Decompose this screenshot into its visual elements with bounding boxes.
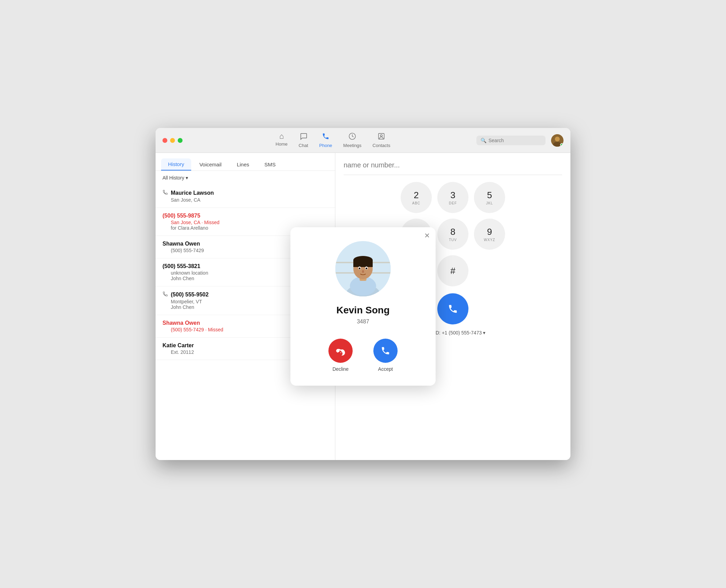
accept-label: Accept [378,366,393,372]
decline-label: Decline [333,366,349,372]
nav-chat[interactable]: Chat [299,132,308,148]
incoming-caller-ext: 3487 [357,319,369,325]
nav-contacts[interactable]: Contacts [373,132,390,148]
nav-meetings-label: Meetings [343,143,362,148]
search-bar[interactable]: 🔍 [476,136,546,145]
chat-icon [300,132,307,141]
search-input[interactable] [488,138,541,143]
modal-close-button[interactable]: ✕ [424,231,430,240]
home-icon: ⌂ [279,132,284,140]
nav-contacts-label: Contacts [373,143,390,148]
incoming-caller-name: Kevin Song [336,305,390,316]
accept-button[interactable] [373,339,398,363]
nav-chat-label: Chat [299,143,308,148]
caller-photo [335,241,391,296]
maximize-button[interactable] [178,138,183,143]
search-icon: 🔍 [481,138,486,143]
nav-home-label: Home [276,141,288,147]
incoming-call-modal: ✕ [290,227,436,386]
right-panel: 2 ABC 3 DEF 5 JKL 6 MNO 8 [335,153,570,460]
app-window: ⌂ Home Chat Phone [156,128,570,460]
contacts-icon [378,132,385,141]
svg-point-19 [366,268,367,269]
main-nav: ⌂ Home Chat Phone [189,132,476,148]
svg-point-2 [381,135,383,137]
svg-point-4 [555,137,560,141]
accept-wrapper: Accept [373,339,398,372]
close-button[interactable] [162,138,167,143]
phone-nav-icon [322,132,329,141]
nav-home[interactable]: ⌂ Home [276,132,288,148]
titlebar: ⌂ Home Chat Phone [156,128,570,153]
svg-point-20 [362,270,364,273]
caller-avatar [335,241,391,296]
online-status-dot [560,143,564,147]
window-controls [162,138,183,143]
nav-phone[interactable]: Phone [319,132,332,148]
minimize-button[interactable] [170,138,175,143]
main-content: History Voicemail Lines SMS All History … [156,153,570,460]
user-avatar[interactable] [551,134,564,147]
decline-button[interactable] [328,339,353,363]
meetings-icon [348,132,356,141]
incoming-call-overlay: ✕ [156,153,570,460]
decline-wrapper: Decline [328,339,353,372]
nav-phone-label: Phone [319,143,332,148]
svg-point-18 [359,268,361,269]
nav-meetings[interactable]: Meetings [343,132,362,148]
svg-rect-15 [353,260,373,267]
call-actions: Decline Accept [328,339,398,372]
